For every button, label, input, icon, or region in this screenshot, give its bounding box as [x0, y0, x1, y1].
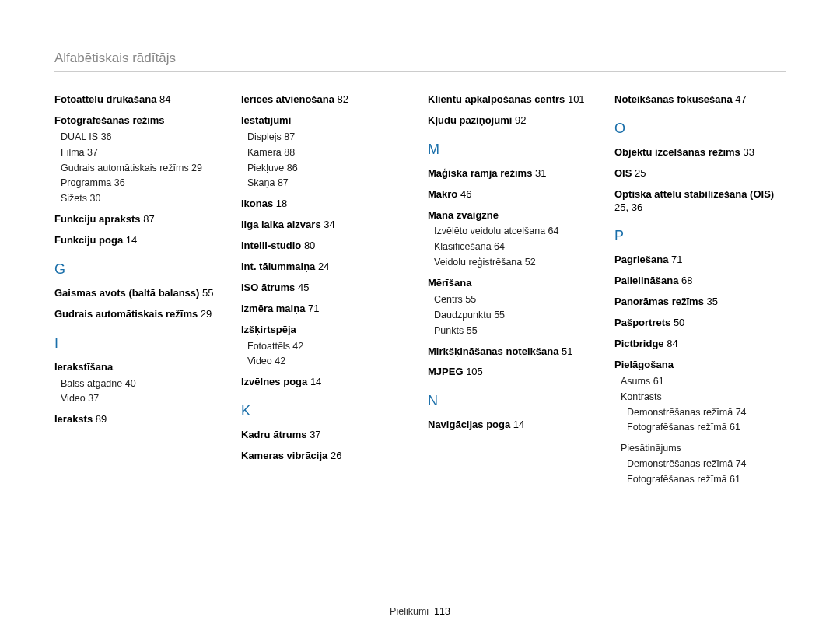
index-subentry[interactable]: Gudrais automātiskais režīms 29 [61, 162, 226, 175]
index-entry[interactable]: Noteikšanas fokusēšana 47 [614, 93, 786, 107]
index-subentry[interactable]: Piekļuve 86 [247, 162, 412, 175]
index-entry[interactable]: Mirkšķināšanas noteikšana 51 [428, 345, 599, 359]
index-column: Fotoattēlu drukāšana 84Fotografēšanas re… [54, 93, 226, 489]
index-entry[interactable]: Panorāmas režīms 35 [614, 296, 786, 309]
index-section-letter: M [428, 142, 599, 158]
index-entry[interactable]: MJPEG 105 [428, 366, 599, 379]
index-subentry[interactable]: Video 37 [61, 392, 226, 405]
index-section-letter: G [54, 261, 226, 278]
index-entry[interactable]: Optiskā attēlu stabilizēšana (OIS) 25, 3… [614, 188, 786, 215]
index-subentry[interactable]: Video 42 [247, 355, 412, 368]
index-entry[interactable]: Pagriešana 71 [614, 254, 786, 267]
index-column: Klientu apkalpošanas centrs 101Kļūdu paz… [428, 93, 599, 489]
index-entry[interactable]: Kameras vibrācija 26 [241, 450, 412, 463]
index-subentry[interactable]: Centrs 55 [434, 293, 599, 306]
index-entry[interactable]: Navigācijas poga 14 [428, 419, 599, 432]
index-entry[interactable]: Mana zvaigzne [428, 209, 599, 222]
index-entry[interactable]: Gudrais automātiskais režīms 29 [54, 308, 226, 321]
index-entry[interactable]: Fotoattēlu drukāšana 84 [54, 93, 226, 107]
index-subentry[interactable]: Kontrasts [621, 391, 786, 404]
index-entry[interactable]: Pictbridge 84 [614, 338, 786, 351]
index-subentry[interactable]: Fotografēšanas režīmā 61 [627, 421, 786, 434]
index-section-letter: P [614, 228, 786, 244]
index-subentry[interactable]: Programma 36 [61, 177, 226, 190]
index-entry[interactable]: Kadru ātrums 37 [241, 429, 412, 442]
index-entry[interactable]: Mērīšana [428, 277, 599, 290]
page-title: Alfabētiskais rādītājs [54, 51, 786, 72]
index-section-letter: I [54, 335, 226, 352]
index-entry[interactable]: Gaismas avots (baltā balanss) 55 [54, 287, 226, 300]
index-entry[interactable]: Ieraksts 89 [54, 413, 226, 426]
index-subentry[interactable]: Demonstrēšanas režīmā 74 [627, 457, 786, 471]
index-entry[interactable]: Funkciju poga 14 [54, 234, 226, 247]
index-subentry[interactable]: Piesātinājums [621, 442, 786, 455]
index-entry[interactable]: Kļūdu paziņojumi 92 [428, 114, 599, 128]
index-section-letter: N [428, 393, 599, 409]
index-entry[interactable]: Makro 46 [428, 188, 599, 201]
index-subentry[interactable]: Punkts 55 [434, 324, 599, 338]
index-subentry[interactable]: Kamera 88 [247, 146, 412, 159]
index-subentry[interactable]: Displejs 87 [247, 131, 412, 144]
footer-label: Pielikumi [390, 606, 429, 617]
index-section-letter: O [614, 121, 786, 137]
index-entry[interactable]: Izšķirtspēja [241, 324, 412, 337]
index-entry[interactable]: Klientu apkalpošanas centrs 101 [428, 93, 599, 107]
index-entry[interactable]: ISO ātrums 45 [241, 282, 412, 295]
index-subentry[interactable]: DUAL IS 36 [61, 131, 226, 144]
index-subentry[interactable]: Veidolu reģistrēšana 52 [434, 256, 599, 269]
index-subentry[interactable]: Demonstrēšanas režīmā 74 [627, 406, 786, 419]
index-column: Ierīces atvienošana 82IestatījumiDisplej… [241, 93, 412, 489]
index-subentry[interactable]: Balss atgādne 40 [61, 377, 226, 391]
index-columns: Fotoattēlu drukāšana 84Fotografēšanas re… [54, 93, 786, 489]
index-entry[interactable]: Palielināšana 68 [614, 275, 786, 288]
index-entry[interactable]: Pielāgošana [614, 359, 786, 372]
index-subentry[interactable]: Izvēlēto veidolu atcelšana 64 [434, 225, 599, 238]
index-entry[interactable]: Intelli-studio 80 [241, 240, 412, 253]
index-subentry[interactable]: Skaņa 87 [247, 177, 412, 190]
index-entry[interactable]: Int. tālummaiņa 24 [241, 261, 412, 274]
index-column: Noteikšanas fokusēšana 47OObjektu izcelš… [614, 93, 786, 489]
index-entry[interactable]: Ierakstīšana [54, 361, 226, 374]
index-subentry[interactable]: Asums 61 [621, 375, 786, 388]
index-subentry[interactable]: Fotoattēls 42 [247, 340, 412, 353]
index-section-letter: K [241, 403, 412, 419]
index-subentry[interactable]: Sižets 30 [61, 192, 226, 205]
index-entry[interactable]: Maģiskā rāmja režīms 31 [428, 167, 599, 180]
index-subentry[interactable]: Klasificēšana 64 [434, 240, 599, 254]
index-subentry[interactable]: Filma 37 [61, 146, 226, 159]
index-entry[interactable]: Iestatījumi [241, 114, 412, 128]
index-entry[interactable]: Ilga laika aizvars 34 [241, 219, 412, 232]
index-entry[interactable]: OIS 25 [614, 167, 786, 180]
index-subentry[interactable]: Fotografēšanas režīmā 61 [627, 473, 786, 486]
index-entry[interactable]: Izvēlnes poga 14 [241, 376, 412, 389]
footer-page-number: 113 [434, 606, 450, 617]
index-entry[interactable]: Pašportrets 50 [614, 317, 786, 330]
index-entry[interactable]: Ikonas 18 [241, 198, 412, 211]
index-entry[interactable]: Objektu izcelšanas režīms 33 [614, 146, 786, 159]
index-entry[interactable]: Fotografēšanas režīms [54, 114, 226, 128]
index-subentry[interactable]: Daudzpunktu 55 [434, 309, 599, 322]
index-entry[interactable]: Ierīces atvienošana 82 [241, 93, 412, 107]
index-entry[interactable]: Funkciju apraksts 87 [54, 213, 226, 226]
page-footer: Pielikumi 113 [0, 606, 840, 617]
index-entry[interactable]: Izmēra maiņa 71 [241, 303, 412, 316]
